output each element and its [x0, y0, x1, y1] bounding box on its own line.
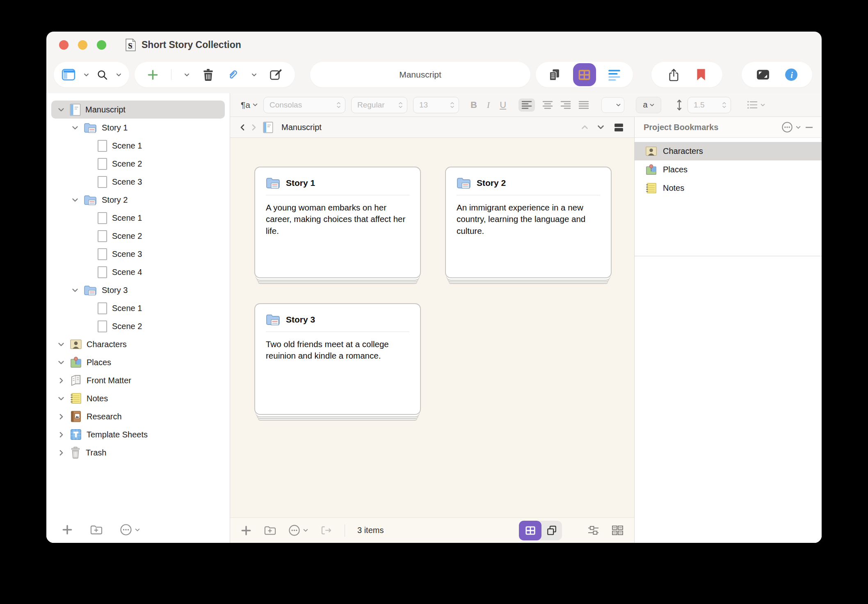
chevron-down-icon[interactable] — [184, 73, 190, 77]
bookmark-preview-area[interactable] — [635, 256, 822, 543]
sidebar-item-scene[interactable]: Scene 2 — [51, 317, 225, 335]
index-card-story-3[interactable]: Story 3 Two old friends meet at a colleg… — [254, 303, 421, 415]
composition-mode-icon[interactable] — [756, 69, 770, 80]
search-icon[interactable] — [97, 69, 108, 80]
folder-add-icon[interactable] — [90, 524, 103, 536]
minimize-window-button[interactable] — [78, 40, 87, 50]
sidebar-item-scene[interactable]: Scene 4 — [51, 263, 225, 281]
compose-icon[interactable] — [270, 69, 282, 81]
add-item-icon[interactable] — [241, 525, 251, 536]
add-item-icon[interactable] — [62, 524, 73, 535]
align-justify-button[interactable] — [578, 101, 589, 110]
font-family-select[interactable]: Consolas — [263, 97, 345, 113]
chevron-right-icon[interactable] — [59, 378, 64, 384]
corkboard-grid-icon — [525, 525, 536, 536]
card-header: Story 1 — [255, 167, 420, 195]
next-document-icon[interactable] — [597, 125, 604, 130]
sidebar-item-front-matter[interactable]: Front Matter — [51, 371, 225, 389]
chevron-down-icon[interactable] — [251, 73, 257, 77]
chevron-down-icon[interactable] — [58, 360, 64, 365]
sidebar-item-notes[interactable]: Notes — [51, 389, 225, 407]
sidebar-item-scene[interactable]: Scene 2 — [51, 155, 225, 173]
minus-icon[interactable] — [806, 126, 813, 128]
highlight-dropdown[interactable]: a — [636, 97, 661, 113]
inspector-info-icon[interactable] — [785, 68, 798, 81]
sidebar-item-research[interactable]: Research — [51, 407, 225, 426]
index-card-story-1[interactable]: Story 1 A young woman embarks on her car… — [254, 167, 421, 278]
sidebar-item-scene[interactable]: Scene 3 — [51, 245, 225, 263]
chevron-down-icon[interactable] — [116, 73, 121, 77]
editor-more-menu[interactable] — [288, 524, 308, 536]
corkboard-view-button[interactable] — [573, 63, 596, 86]
export-icon[interactable] — [320, 525, 332, 535]
align-center-button[interactable] — [542, 101, 553, 110]
chevron-down-icon[interactable] — [58, 342, 64, 347]
sidebar-item-story-1[interactable]: Story 1 — [51, 119, 225, 137]
bold-button[interactable]: B — [471, 100, 477, 110]
sidebar-item-label: Trash — [86, 448, 106, 458]
chevron-right-icon[interactable] — [59, 414, 64, 420]
chevron-down-icon[interactable] — [58, 396, 64, 401]
outline-view-icon[interactable] — [608, 69, 621, 81]
trash-icon[interactable] — [203, 69, 214, 81]
corkboard[interactable]: Story 1 A young woman embarks on her car… — [230, 138, 634, 517]
share-icon[interactable] — [668, 68, 680, 82]
document-icon — [97, 230, 107, 243]
split-editor-icon[interactable] — [613, 122, 624, 133]
chevron-down-icon[interactable] — [84, 73, 89, 77]
italic-button[interactable]: I — [487, 100, 490, 110]
style-preset-dropdown[interactable]: ¶a — [241, 100, 258, 110]
chevron-right-icon[interactable] — [59, 450, 64, 456]
sidebar-item-characters[interactable]: Characters — [51, 335, 225, 353]
chevron-down-icon[interactable] — [58, 108, 64, 112]
bookmark-item-places[interactable]: Places — [635, 160, 822, 179]
titlebar: Short Story Collection — [46, 32, 822, 58]
freeform-icon[interactable] — [587, 525, 599, 535]
sidebar-item-scene[interactable]: Scene 1 — [51, 209, 225, 227]
sidebar-item-scene[interactable]: Scene 3 — [51, 173, 225, 191]
line-spacing-select[interactable]: 1.5 — [688, 97, 731, 113]
sidebar-item-story-2[interactable]: Story 2 — [51, 191, 225, 209]
align-right-button[interactable] — [560, 101, 571, 110]
zoom-window-button[interactable] — [97, 40, 106, 50]
list-icon — [747, 100, 758, 110]
align-left-button[interactable] — [519, 98, 535, 112]
binder-more-menu[interactable] — [120, 524, 140, 536]
stack-view-button[interactable] — [541, 525, 562, 536]
sidebar-item-scene[interactable]: Scene 2 — [51, 227, 225, 245]
text-color-well[interactable] — [601, 97, 624, 113]
corkboard-grid-mode-button[interactable] — [519, 521, 541, 540]
index-card-story-2[interactable]: Story 2 An immigrant experience in a new… — [445, 167, 612, 278]
document-view-icon[interactable] — [548, 69, 561, 81]
bookmark-item-characters[interactable]: Characters — [635, 142, 822, 160]
sidebar-item-scene[interactable]: Scene 1 — [51, 137, 225, 155]
font-size-select[interactable]: 13 — [413, 97, 459, 113]
sidebar-item-manuscript[interactable]: Manuscript — [51, 101, 225, 119]
chevron-down-icon[interactable] — [72, 198, 78, 202]
font-variant-select[interactable]: Regular — [351, 97, 407, 113]
paperclip-icon[interactable] — [226, 69, 239, 81]
sidebar-item-label: Manuscript — [85, 105, 126, 114]
sidebar-item-scene[interactable]: Scene 1 — [51, 299, 225, 317]
list-style-dropdown[interactable] — [747, 100, 765, 110]
chevron-down-icon[interactable] — [72, 126, 78, 130]
forward-icon[interactable] — [251, 124, 256, 131]
bookmark-icon[interactable] — [696, 68, 706, 81]
chevron-right-icon[interactable] — [59, 432, 64, 438]
underline-button[interactable]: U — [500, 100, 506, 110]
folder-add-icon[interactable] — [264, 525, 276, 536]
toolbar-location-field[interactable]: Manuscript — [310, 62, 530, 87]
grid-arrange-icon[interactable] — [612, 525, 624, 535]
add-icon[interactable] — [147, 69, 158, 80]
close-window-button[interactable] — [59, 40, 69, 50]
sidebar-item-trash[interactable]: Trash — [51, 444, 225, 462]
sidebar-item-places[interactable]: Places — [51, 353, 225, 371]
sidebar-item-template-sheets[interactable]: Template Sheets — [51, 426, 225, 444]
sidebar-toggle-icon[interactable] — [62, 69, 75, 81]
sidebar-item-story-3[interactable]: Story 3 — [51, 281, 225, 299]
bookmark-item-notes[interactable]: Notes — [635, 179, 822, 197]
back-icon[interactable] — [240, 124, 245, 131]
chevron-down-icon[interactable] — [72, 288, 78, 293]
bookmarks-menu[interactable] — [781, 121, 801, 133]
previous-document-icon[interactable] — [581, 125, 588, 130]
